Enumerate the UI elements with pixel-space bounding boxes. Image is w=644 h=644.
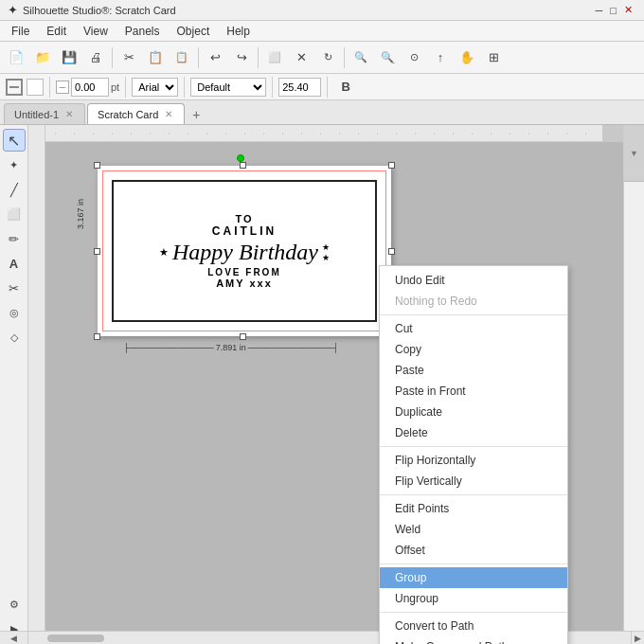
right-bottom-arrow[interactable]: ▶ bbox=[631, 632, 644, 644]
ctx-sep-1 bbox=[380, 314, 567, 315]
menu-edit[interactable]: Edit bbox=[39, 23, 74, 40]
rotation-handle[interactable] bbox=[237, 154, 244, 162]
menu-file[interactable]: File bbox=[4, 23, 37, 40]
paste-button[interactable]: 📋 bbox=[170, 45, 194, 70]
handle-bottom-center[interactable] bbox=[240, 333, 246, 340]
stroke-color-picker[interactable] bbox=[6, 79, 23, 96]
menu-view[interactable]: View bbox=[76, 23, 116, 40]
page: TO CAITLIN ★ Happy Birthday ★ ★ LOVE FRO… bbox=[98, 166, 391, 336]
ctx-edit-points[interactable]: Edit Points bbox=[380, 498, 567, 519]
cut-button[interactable]: ✂ bbox=[116, 45, 141, 70]
ctx-cut[interactable]: Cut bbox=[380, 318, 567, 339]
toolbar-sep-4 bbox=[344, 47, 345, 68]
height-dimension: 3.167 in bbox=[76, 199, 85, 229]
line-width-input[interactable] bbox=[71, 78, 109, 97]
star-br: ★ bbox=[322, 253, 330, 262]
canvas-area: TO CAITLIN ★ Happy Birthday ★ ★ LOVE FRO… bbox=[28, 125, 623, 644]
zoom-tool[interactable]: ◎ bbox=[3, 301, 26, 324]
node-tool[interactable]: ✦ bbox=[3, 153, 26, 176]
left-toolbar: ↖ ✦ ╱ ⬜ ✏ A ✂ ◎ ◇ ⚙ ▶ bbox=[0, 125, 28, 644]
ctx-undo-edit[interactable]: Undo Edit bbox=[380, 270, 567, 291]
ctx-make-compound-path[interactable]: Make Compound Path bbox=[380, 636, 567, 644]
scrollbar-thumb[interactable] bbox=[47, 635, 104, 642]
zoom-out-button[interactable]: 🔍- bbox=[375, 45, 400, 70]
line-tool[interactable]: ╱ bbox=[3, 178, 26, 201]
copy-button[interactable]: 📋 bbox=[143, 45, 168, 70]
ctx-ungroup[interactable]: Ungroup bbox=[380, 588, 567, 609]
ctx-duplicate[interactable]: Duplicate bbox=[380, 402, 567, 422]
title-bar: ✦ Silhouette Studio®: Scratch Card ─ □ ✕ bbox=[0, 0, 644, 21]
handle-right-center[interactable] bbox=[388, 248, 395, 255]
text-tool[interactable]: A bbox=[3, 252, 26, 275]
rect-tool[interactable]: ⬜ bbox=[3, 203, 26, 225]
handle-bottom-left[interactable] bbox=[94, 333, 100, 340]
star-left: ★ bbox=[159, 246, 169, 259]
window-minimize[interactable]: ─ bbox=[596, 5, 603, 16]
ctx-paste-in-front[interactable]: Paste in Front bbox=[380, 381, 567, 402]
props-sep-2 bbox=[125, 77, 126, 98]
save-button[interactable]: 💾 bbox=[57, 45, 81, 70]
grid-button[interactable]: ⊞ bbox=[481, 45, 506, 70]
redo-button[interactable]: ↪ bbox=[229, 45, 254, 70]
style-select[interactable]: Default bbox=[190, 78, 266, 97]
menu-help[interactable]: Help bbox=[219, 23, 258, 40]
handle-top-right[interactable] bbox=[388, 162, 395, 169]
hand-tool-button[interactable]: ✋ bbox=[455, 45, 479, 70]
zoom-in-button[interactable]: 🔍 bbox=[349, 45, 373, 70]
eraser-tool[interactable]: ◇ bbox=[3, 326, 26, 349]
select-all-button[interactable]: ⬜ bbox=[262, 45, 287, 70]
tab-untitled[interactable]: Untitled-1 ✕ bbox=[4, 103, 85, 124]
new-button[interactable]: 📄 bbox=[4, 45, 28, 70]
delete-button[interactable]: ✕ bbox=[289, 45, 313, 70]
handle-top-center[interactable] bbox=[240, 162, 246, 169]
window-close[interactable]: ✕ bbox=[624, 4, 633, 16]
props-sep-1 bbox=[49, 77, 50, 98]
undo-button[interactable]: ↩ bbox=[203, 45, 227, 70]
ctx-group[interactable]: Group bbox=[380, 567, 567, 588]
right-panel: ▼ bbox=[623, 125, 644, 644]
menu-object[interactable]: Object bbox=[170, 23, 218, 40]
props-sep-4 bbox=[272, 77, 273, 98]
ctx-paste[interactable]: Paste bbox=[380, 360, 567, 381]
tab-add-button[interactable]: + bbox=[187, 105, 206, 124]
ctx-convert-to-path[interactable]: Convert to Path bbox=[380, 616, 567, 636]
settings-tool[interactable]: ⚙ bbox=[3, 593, 26, 616]
ctx-copy[interactable]: Copy bbox=[380, 339, 567, 360]
window-maximize[interactable]: □ bbox=[610, 5, 617, 16]
vertical-ruler bbox=[28, 125, 45, 631]
star-tr: ★ bbox=[322, 242, 330, 252]
handle-left-center[interactable] bbox=[94, 248, 100, 255]
card-border: TO CAITLIN ★ Happy Birthday ★ ★ LOVE FRO… bbox=[112, 180, 377, 322]
menu-panels[interactable]: Panels bbox=[117, 23, 168, 40]
ctx-sep-5 bbox=[380, 612, 567, 613]
ctx-weld[interactable]: Weld bbox=[380, 519, 567, 540]
tab-untitled-close[interactable]: ✕ bbox=[63, 109, 75, 119]
bold-button[interactable]: B bbox=[333, 75, 358, 99]
rotate-button[interactable]: ↻ bbox=[315, 45, 340, 70]
zoom-fit-button[interactable]: ⊙ bbox=[402, 45, 426, 70]
card-name: CAITLIN bbox=[212, 224, 277, 238]
tabs-bar: Untitled-1 ✕ Scratch Card ✕ + bbox=[0, 100, 644, 125]
handle-top-left[interactable] bbox=[94, 162, 100, 169]
left-bottom-arrow[interactable]: ◀ bbox=[0, 632, 28, 644]
tab-scratch-card[interactable]: Scratch Card ✕ bbox=[87, 103, 185, 124]
ctx-offset[interactable]: Offset bbox=[380, 540, 567, 561]
font-select[interactable]: Arial bbox=[132, 78, 178, 97]
ctx-flip-vertically[interactable]: Flip Vertically bbox=[380, 471, 567, 492]
ctx-flip-horizontally[interactable]: Flip Horizontally bbox=[380, 450, 567, 471]
open-button[interactable]: 📁 bbox=[30, 45, 55, 70]
right-panel-handle[interactable]: ▼ bbox=[624, 125, 644, 182]
context-menu: Undo Edit Nothing to Redo Cut Copy Paste… bbox=[379, 265, 568, 644]
knife-tool[interactable]: ✂ bbox=[3, 277, 26, 299]
card-from: AMY xxx bbox=[216, 277, 273, 289]
font-size-input[interactable] bbox=[278, 78, 321, 97]
line-style-picker[interactable]: ─ bbox=[56, 80, 69, 94]
pencil-tool[interactable]: ✏ bbox=[3, 227, 26, 250]
pan-up-button[interactable]: ↑ bbox=[428, 45, 453, 70]
ctx-delete[interactable]: Delete bbox=[380, 422, 567, 443]
select-tool[interactable]: ↖ bbox=[3, 129, 26, 152]
print-button[interactable]: 🖨 bbox=[83, 45, 108, 70]
ctx-sep-2 bbox=[380, 446, 567, 447]
fill-color-picker[interactable] bbox=[27, 79, 44, 96]
tab-scratch-card-close[interactable]: ✕ bbox=[163, 109, 174, 119]
